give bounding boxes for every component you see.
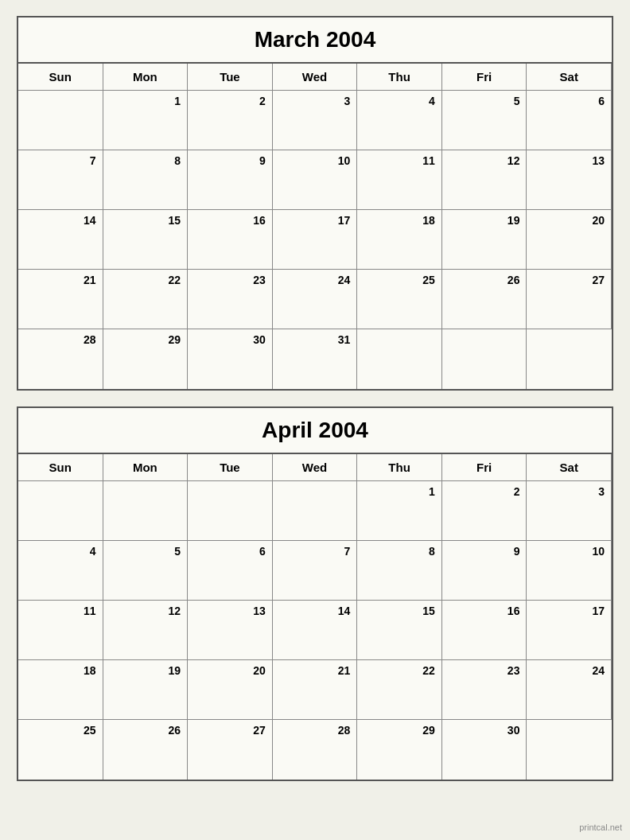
april-header-thu: Thu bbox=[357, 454, 442, 481]
table-row bbox=[442, 329, 527, 389]
table-row: 3 bbox=[273, 91, 358, 150]
table-row: 2 bbox=[188, 91, 273, 150]
watermark-label: printcal.net bbox=[579, 822, 622, 832]
table-row: 16 bbox=[188, 210, 273, 270]
table-row bbox=[188, 481, 273, 541]
table-row: 31 bbox=[273, 329, 358, 389]
table-row: 23 bbox=[442, 660, 527, 720]
april-header-sat: Sat bbox=[527, 454, 612, 481]
table-row: 25 bbox=[357, 270, 442, 329]
table-row: 10 bbox=[273, 150, 358, 210]
table-row bbox=[527, 329, 612, 389]
table-row: 9 bbox=[188, 150, 273, 210]
table-row: 30 bbox=[442, 720, 527, 780]
table-row: 20 bbox=[527, 210, 612, 270]
table-row bbox=[273, 481, 358, 541]
april-header-mon: Mon bbox=[103, 454, 189, 481]
table-row: 14 bbox=[18, 210, 103, 270]
table-row: 29 bbox=[103, 329, 189, 389]
april-header-fri: Fri bbox=[442, 454, 527, 481]
table-row: 12 bbox=[442, 150, 527, 210]
table-row: 5 bbox=[103, 541, 189, 601]
table-row: 24 bbox=[273, 270, 358, 329]
table-row: 15 bbox=[103, 210, 189, 270]
table-row: 1 bbox=[103, 91, 189, 150]
table-row: 27 bbox=[188, 720, 273, 780]
table-row: 18 bbox=[357, 210, 442, 270]
table-row: 22 bbox=[357, 660, 442, 720]
table-row bbox=[527, 720, 612, 780]
table-row: 18 bbox=[18, 660, 103, 720]
table-row: 11 bbox=[18, 601, 103, 660]
table-row bbox=[103, 481, 189, 541]
table-row: 26 bbox=[442, 270, 527, 329]
table-row: 12 bbox=[103, 601, 189, 660]
april-grid: Sun Mon Tue Wed Thu Fri Sat 1 2 3 4 5 6 … bbox=[18, 454, 612, 780]
april-header-sun: Sun bbox=[18, 454, 103, 481]
table-row: 21 bbox=[18, 270, 103, 329]
table-row: 4 bbox=[18, 541, 103, 601]
table-row: 24 bbox=[527, 660, 612, 720]
april-title: April 2004 bbox=[18, 408, 612, 454]
table-row: 7 bbox=[273, 541, 358, 601]
table-row: 3 bbox=[527, 481, 612, 541]
table-row: 7 bbox=[18, 150, 103, 210]
march-header-mon: Mon bbox=[103, 64, 189, 91]
table-row bbox=[357, 329, 442, 389]
april-header-wed: Wed bbox=[273, 454, 358, 481]
table-row: 2 bbox=[442, 481, 527, 541]
table-row: 21 bbox=[273, 660, 358, 720]
table-row: 29 bbox=[357, 720, 442, 780]
march-header-wed: Wed bbox=[273, 64, 358, 91]
table-row: 13 bbox=[527, 150, 612, 210]
table-row: 22 bbox=[103, 270, 189, 329]
table-row: 9 bbox=[442, 541, 527, 601]
table-row: 19 bbox=[103, 660, 189, 720]
table-row: 15 bbox=[357, 601, 442, 660]
table-row: 26 bbox=[103, 720, 189, 780]
table-row: 27 bbox=[527, 270, 612, 329]
table-row: 8 bbox=[103, 150, 189, 210]
table-row: 10 bbox=[527, 541, 612, 601]
table-row: 17 bbox=[273, 210, 358, 270]
april-calendar: April 2004 Sun Mon Tue Wed Thu Fri Sat 1… bbox=[17, 406, 613, 781]
table-row: 6 bbox=[527, 91, 612, 150]
table-row: 8 bbox=[357, 541, 442, 601]
table-row: 20 bbox=[188, 660, 273, 720]
table-row: 14 bbox=[273, 601, 358, 660]
table-row bbox=[18, 481, 103, 541]
table-row bbox=[18, 91, 103, 150]
table-row: 4 bbox=[357, 91, 442, 150]
table-row: 11 bbox=[357, 150, 442, 210]
table-row: 5 bbox=[442, 91, 527, 150]
april-header-tue: Tue bbox=[188, 454, 273, 481]
table-row: 16 bbox=[442, 601, 527, 660]
march-calendar: March 2004 Sun Mon Tue Wed Thu Fri Sat 1… bbox=[17, 16, 613, 391]
march-header-sun: Sun bbox=[18, 64, 103, 91]
table-row: 30 bbox=[188, 329, 273, 389]
march-grid: Sun Mon Tue Wed Thu Fri Sat 1 2 3 4 5 6 … bbox=[18, 64, 612, 389]
table-row: 25 bbox=[18, 720, 103, 780]
table-row: 13 bbox=[188, 601, 273, 660]
table-row: 6 bbox=[188, 541, 273, 601]
table-row: 19 bbox=[442, 210, 527, 270]
march-header-thu: Thu bbox=[357, 64, 442, 91]
march-header-fri: Fri bbox=[442, 64, 527, 91]
march-header-tue: Tue bbox=[188, 64, 273, 91]
table-row: 28 bbox=[18, 329, 103, 389]
table-row: 23 bbox=[188, 270, 273, 329]
table-row: 17 bbox=[527, 601, 612, 660]
march-header-sat: Sat bbox=[527, 64, 612, 91]
table-row: 1 bbox=[357, 481, 442, 541]
march-title: March 2004 bbox=[18, 18, 612, 64]
table-row: 28 bbox=[273, 720, 358, 780]
